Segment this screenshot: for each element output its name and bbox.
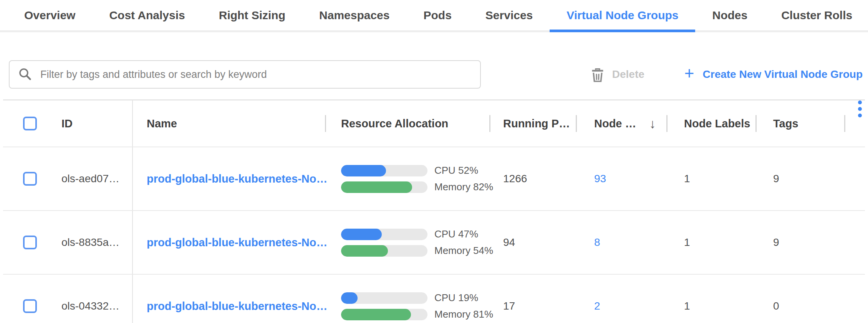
memory-bar-fill bbox=[341, 245, 388, 257]
create-button-label: Create New Virtual Node Group bbox=[703, 68, 863, 81]
sort-descending-icon[interactable]: ↓ bbox=[649, 116, 656, 131]
memory-bar bbox=[341, 245, 427, 257]
memory-bar bbox=[341, 309, 427, 320]
tags-value: 9 bbox=[755, 236, 844, 249]
cpu-bar bbox=[341, 229, 427, 240]
resource-allocation-cell: CPU 19% Memory 81% bbox=[325, 292, 489, 320]
memory-bar-line: Memory 54% bbox=[341, 245, 489, 257]
row-checkbox[interactable] bbox=[23, 236, 37, 249]
nodes-cell: 93 bbox=[576, 173, 666, 185]
cpu-label: CPU 47% bbox=[434, 228, 478, 240]
cpu-bar-line: CPU 52% bbox=[341, 165, 489, 176]
memory-bar-line: Memory 82% bbox=[341, 181, 489, 193]
cpu-bar bbox=[341, 292, 427, 304]
name-cell: prod-global-blue-kubernetes-No… bbox=[133, 173, 325, 185]
ellipsis-dot bbox=[858, 101, 862, 104]
ellipsis-dot bbox=[858, 107, 862, 111]
resource-allocation-cell: CPU 52% Memory 82% bbox=[325, 165, 489, 193]
table-row: ols-8835a… prod-global-blue-kubernetes-N… bbox=[3, 211, 865, 275]
nodes-count-link[interactable]: 8 bbox=[594, 236, 600, 249]
ellipsis-dot bbox=[858, 114, 862, 117]
vng-name-link[interactable]: prod-global-blue-kubernetes-No… bbox=[147, 236, 327, 249]
node-labels-value: 1 bbox=[666, 300, 755, 312]
cpu-bar-fill bbox=[341, 292, 358, 304]
delete-button[interactable]: Delete bbox=[591, 66, 644, 82]
cpu-bar bbox=[341, 165, 427, 176]
cpu-bar-fill bbox=[341, 229, 382, 240]
tab-bar: Overview Cost Analysis Right Sizing Name… bbox=[0, 0, 868, 32]
nodes-count-link[interactable]: 2 bbox=[594, 300, 600, 312]
filter-search-box[interactable] bbox=[9, 60, 481, 89]
running-pods-value: 17 bbox=[489, 300, 576, 312]
nodes-count-link[interactable]: 93 bbox=[594, 173, 606, 185]
node-labels-value: 1 bbox=[666, 173, 755, 185]
tab-cluster-rolls[interactable]: Cluster Rolls bbox=[764, 0, 868, 30]
row-id-value: ols-04332… bbox=[61, 300, 119, 312]
header-nodes-label: Node … bbox=[594, 117, 636, 130]
row-checkbox[interactable] bbox=[23, 299, 37, 313]
tab-nodes[interactable]: Nodes bbox=[695, 0, 764, 30]
node-labels-value: 1 bbox=[666, 236, 755, 249]
tags-value: 9 bbox=[755, 173, 844, 185]
nodes-cell: 2 bbox=[576, 300, 666, 312]
row-checkbox[interactable] bbox=[23, 172, 37, 186]
tab-pods[interactable]: Pods bbox=[407, 0, 469, 30]
memory-label: Memory 82% bbox=[434, 181, 493, 193]
tab-right-sizing[interactable]: Right Sizing bbox=[202, 0, 302, 30]
id-cell: ols-04332… bbox=[3, 275, 133, 323]
memory-bar bbox=[341, 181, 427, 193]
name-cell: prod-global-blue-kubernetes-No… bbox=[133, 300, 325, 313]
row-id-value: ols-aed07… bbox=[61, 173, 119, 185]
cpu-bar-line: CPU 19% bbox=[341, 292, 489, 304]
filter-search-input[interactable] bbox=[40, 68, 472, 81]
running-pods-value: 94 bbox=[489, 236, 576, 249]
cpu-label: CPU 19% bbox=[434, 292, 478, 304]
table-row: ols-04332… prod-global-blue-kubernetes-N… bbox=[3, 275, 865, 323]
search-icon bbox=[18, 67, 33, 82]
select-all-checkbox[interactable] bbox=[23, 117, 37, 130]
memory-bar-line: Memory 81% bbox=[341, 308, 489, 320]
plus-icon: + bbox=[684, 65, 694, 82]
tab-virtual-node-groups[interactable]: Virtual Node Groups bbox=[550, 0, 695, 30]
header-nodes-cell[interactable]: Node … ↓ bbox=[576, 101, 666, 147]
running-pods-value: 1266 bbox=[489, 173, 576, 185]
tab-cost-analysis[interactable]: Cost Analysis bbox=[92, 0, 202, 30]
memory-label: Memory 54% bbox=[434, 245, 493, 257]
vng-name-link[interactable]: prod-global-blue-kubernetes-No… bbox=[147, 300, 327, 312]
name-cell: prod-global-blue-kubernetes-No… bbox=[133, 236, 325, 249]
header-node-labels-cell[interactable]: Node Labels bbox=[666, 101, 755, 147]
column-settings-button[interactable] bbox=[844, 101, 865, 147]
toolbar: Delete + Create New Virtual Node Group bbox=[9, 60, 863, 89]
table-row: ols-aed07… prod-global-blue-kubernetes-N… bbox=[3, 147, 865, 211]
tab-namespaces[interactable]: Namespaces bbox=[302, 0, 406, 30]
memory-bar-fill bbox=[341, 309, 411, 320]
header-resource-allocation-cell[interactable]: Resource Allocation bbox=[325, 101, 489, 147]
row-id-value: ols-8835a… bbox=[61, 236, 119, 249]
header-id-label: ID bbox=[61, 117, 73, 130]
cpu-label: CPU 52% bbox=[434, 165, 478, 176]
delete-button-label: Delete bbox=[612, 68, 644, 81]
resource-allocation-cell: CPU 47% Memory 54% bbox=[325, 228, 489, 257]
id-cell: ols-aed07… bbox=[3, 147, 133, 210]
header-running-pods-cell[interactable]: Running P… bbox=[489, 101, 576, 147]
header-tags-cell[interactable]: Tags bbox=[755, 101, 844, 147]
tab-overview[interactable]: Overview bbox=[7, 0, 92, 30]
trash-icon bbox=[591, 66, 605, 82]
table-header-row: ID Name Resource Allocation Running P… N… bbox=[3, 101, 865, 147]
id-cell: ols-8835a… bbox=[3, 211, 133, 274]
header-id-cell: ID bbox=[3, 101, 133, 147]
vng-name-link[interactable]: prod-global-blue-kubernetes-No… bbox=[147, 173, 327, 185]
create-virtual-node-group-button[interactable]: + Create New Virtual Node Group bbox=[684, 66, 863, 83]
tags-value: 0 bbox=[755, 300, 844, 312]
memory-label: Memory 81% bbox=[434, 308, 493, 320]
tab-services[interactable]: Services bbox=[469, 0, 550, 30]
header-name-cell[interactable]: Name bbox=[133, 101, 325, 147]
cpu-bar-line: CPU 47% bbox=[341, 228, 489, 240]
virtual-node-groups-table: ID Name Resource Allocation Running P… N… bbox=[3, 99, 865, 323]
cpu-bar-fill bbox=[341, 165, 386, 176]
memory-bar-fill bbox=[341, 181, 412, 193]
nodes-cell: 8 bbox=[576, 236, 666, 249]
